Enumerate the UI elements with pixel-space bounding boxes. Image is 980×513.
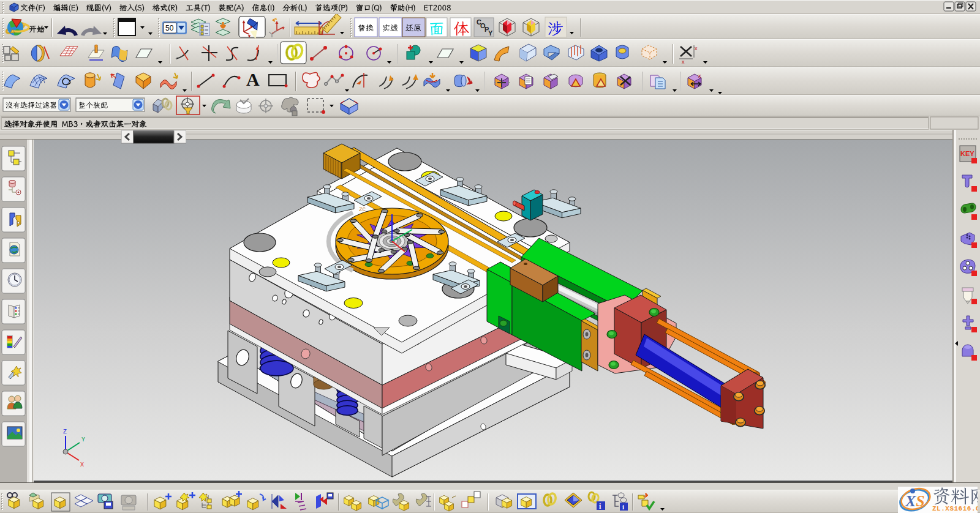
svg-text:ZC: ZC: [359, 207, 366, 213]
svg-text:x: x: [695, 45, 698, 51]
svg-text:Y: Y: [488, 29, 493, 37]
svg-text:i: i: [622, 503, 624, 511]
svg-text:KEY: KEY: [960, 150, 974, 157]
svg-text:Y: Y: [81, 436, 85, 443]
svg-text:Z: Z: [63, 429, 67, 435]
svg-text:A: A: [246, 69, 260, 89]
svg-text:50: 50: [165, 24, 174, 32]
svg-text:XS: XS: [905, 492, 925, 510]
svg-text:x: x: [682, 59, 685, 65]
svg-text:ZL.XS1616.COM: ZL.XS1616.COM: [932, 505, 978, 512]
svg-text:X: X: [80, 462, 84, 468]
svg-text:x: x: [698, 73, 701, 79]
